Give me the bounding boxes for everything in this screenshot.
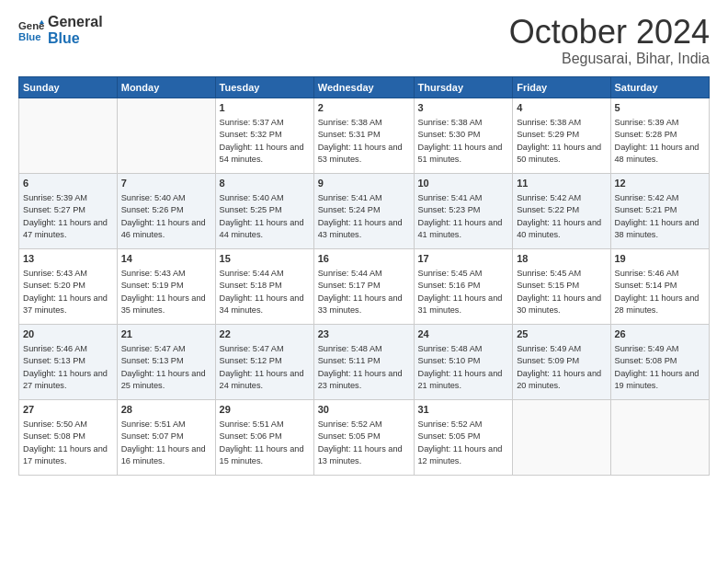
day-info: Sunrise: 5:48 AMSunset: 5:11 PMDaylight:… bbox=[318, 343, 410, 392]
calendar-cell: 26Sunrise: 5:49 AMSunset: 5:08 PMDayligh… bbox=[610, 324, 710, 399]
day-info: Sunrise: 5:46 AMSunset: 5:14 PMDaylight:… bbox=[615, 268, 706, 316]
day-info: Sunrise: 5:52 AMSunset: 5:05 PMDaylight:… bbox=[318, 419, 410, 467]
day-info: Sunrise: 5:43 AMSunset: 5:19 PMDaylight:… bbox=[121, 268, 211, 316]
calendar-cell: 25Sunrise: 5:49 AMSunset: 5:09 PMDayligh… bbox=[513, 324, 610, 399]
calendar-week-row: 27Sunrise: 5:50 AMSunset: 5:08 PMDayligh… bbox=[19, 399, 710, 475]
calendar-cell: 18Sunrise: 5:45 AMSunset: 5:15 PMDayligh… bbox=[513, 248, 610, 324]
logo: General Blue General Blue bbox=[18, 14, 103, 46]
day-number: 9 bbox=[318, 177, 410, 190]
day-number: 10 bbox=[418, 177, 509, 190]
day-number: 23 bbox=[318, 327, 410, 341]
day-number: 24 bbox=[418, 327, 509, 341]
calendar-cell: 4Sunrise: 5:38 AMSunset: 5:29 PMDaylight… bbox=[513, 98, 610, 173]
logo-line1: General bbox=[48, 14, 103, 30]
calendar-header-friday: Friday bbox=[513, 76, 610, 98]
calendar-cell: 5Sunrise: 5:39 AMSunset: 5:28 PMDaylight… bbox=[610, 98, 710, 173]
day-number: 20 bbox=[23, 327, 113, 341]
calendar-cell bbox=[19, 98, 118, 173]
day-info: Sunrise: 5:42 AMSunset: 5:21 PMDaylight:… bbox=[615, 192, 706, 241]
day-info: Sunrise: 5:52 AMSunset: 5:05 PMDaylight:… bbox=[418, 419, 509, 467]
day-number: 12 bbox=[615, 177, 706, 190]
day-number: 21 bbox=[121, 327, 211, 341]
day-info: Sunrise: 5:46 AMSunset: 5:13 PMDaylight:… bbox=[23, 343, 113, 392]
day-number: 27 bbox=[23, 403, 113, 417]
day-info: Sunrise: 5:41 AMSunset: 5:24 PMDaylight:… bbox=[318, 192, 410, 241]
logo-icon: General Blue bbox=[18, 17, 44, 43]
calendar-week-row: 20Sunrise: 5:46 AMSunset: 5:13 PMDayligh… bbox=[19, 324, 710, 399]
day-number: 30 bbox=[318, 403, 410, 417]
calendar-cell: 23Sunrise: 5:48 AMSunset: 5:11 PMDayligh… bbox=[313, 324, 414, 399]
calendar-cell: 27Sunrise: 5:50 AMSunset: 5:08 PMDayligh… bbox=[19, 399, 118, 475]
calendar-cell: 14Sunrise: 5:43 AMSunset: 5:19 PMDayligh… bbox=[117, 248, 215, 324]
day-info: Sunrise: 5:47 AMSunset: 5:13 PMDaylight:… bbox=[121, 343, 211, 392]
day-info: Sunrise: 5:38 AMSunset: 5:29 PMDaylight:… bbox=[517, 117, 606, 166]
calendar-cell: 15Sunrise: 5:44 AMSunset: 5:18 PMDayligh… bbox=[215, 248, 313, 324]
day-number: 22 bbox=[220, 327, 310, 341]
day-number: 1 bbox=[220, 101, 310, 115]
day-info: Sunrise: 5:47 AMSunset: 5:12 PMDaylight:… bbox=[220, 343, 310, 392]
calendar-cell bbox=[117, 98, 215, 173]
day-number: 25 bbox=[517, 327, 606, 341]
day-info: Sunrise: 5:37 AMSunset: 5:32 PMDaylight:… bbox=[220, 117, 310, 166]
day-number: 7 bbox=[121, 177, 211, 190]
calendar-cell: 8Sunrise: 5:40 AMSunset: 5:25 PMDaylight… bbox=[215, 173, 313, 248]
header: General Blue General Blue October 2024 B… bbox=[18, 14, 710, 67]
day-number: 18 bbox=[517, 252, 606, 266]
day-number: 8 bbox=[220, 177, 310, 190]
day-info: Sunrise: 5:49 AMSunset: 5:08 PMDaylight:… bbox=[615, 343, 706, 392]
day-info: Sunrise: 5:42 AMSunset: 5:22 PMDaylight:… bbox=[517, 192, 606, 241]
calendar-cell: 30Sunrise: 5:52 AMSunset: 5:05 PMDayligh… bbox=[313, 399, 414, 475]
calendar-header-thursday: Thursday bbox=[414, 76, 513, 98]
day-info: Sunrise: 5:41 AMSunset: 5:23 PMDaylight:… bbox=[418, 192, 509, 241]
calendar-header-saturday: Saturday bbox=[610, 76, 710, 98]
calendar-cell: 21Sunrise: 5:47 AMSunset: 5:13 PMDayligh… bbox=[117, 324, 215, 399]
page: General Blue General Blue October 2024 B… bbox=[0, 0, 728, 563]
calendar-header-wednesday: Wednesday bbox=[313, 76, 414, 98]
calendar-cell: 28Sunrise: 5:51 AMSunset: 5:07 PMDayligh… bbox=[117, 399, 215, 475]
calendar-cell: 9Sunrise: 5:41 AMSunset: 5:24 PMDaylight… bbox=[313, 173, 414, 248]
day-info: Sunrise: 5:45 AMSunset: 5:15 PMDaylight:… bbox=[517, 268, 606, 316]
calendar-table: SundayMondayTuesdayWednesdayThursdayFrid… bbox=[18, 76, 710, 476]
day-info: Sunrise: 5:45 AMSunset: 5:16 PMDaylight:… bbox=[418, 268, 509, 316]
day-info: Sunrise: 5:39 AMSunset: 5:27 PMDaylight:… bbox=[23, 192, 113, 241]
day-number: 31 bbox=[418, 403, 509, 417]
day-number: 15 bbox=[220, 252, 310, 266]
calendar-header-sunday: Sunday bbox=[19, 76, 118, 98]
calendar-cell: 1Sunrise: 5:37 AMSunset: 5:32 PMDaylight… bbox=[215, 98, 313, 173]
calendar-week-row: 13Sunrise: 5:43 AMSunset: 5:20 PMDayligh… bbox=[19, 248, 710, 324]
day-info: Sunrise: 5:48 AMSunset: 5:10 PMDaylight:… bbox=[418, 343, 509, 392]
svg-text:Blue: Blue bbox=[18, 30, 41, 41]
day-info: Sunrise: 5:44 AMSunset: 5:18 PMDaylight:… bbox=[220, 268, 310, 316]
day-number: 4 bbox=[517, 101, 606, 115]
svg-text:General: General bbox=[18, 20, 44, 31]
day-info: Sunrise: 5:40 AMSunset: 5:26 PMDaylight:… bbox=[121, 192, 211, 241]
calendar-week-row: 1Sunrise: 5:37 AMSunset: 5:32 PMDaylight… bbox=[19, 98, 710, 173]
day-info: Sunrise: 5:51 AMSunset: 5:07 PMDaylight:… bbox=[121, 419, 211, 467]
month-title: October 2024 bbox=[509, 14, 710, 51]
day-info: Sunrise: 5:38 AMSunset: 5:31 PMDaylight:… bbox=[318, 117, 410, 166]
day-info: Sunrise: 5:38 AMSunset: 5:30 PMDaylight:… bbox=[418, 117, 509, 166]
day-info: Sunrise: 5:39 AMSunset: 5:28 PMDaylight:… bbox=[615, 117, 706, 166]
day-number: 5 bbox=[615, 101, 706, 115]
day-number: 17 bbox=[418, 252, 509, 266]
day-info: Sunrise: 5:43 AMSunset: 5:20 PMDaylight:… bbox=[23, 268, 113, 316]
calendar-cell: 6Sunrise: 5:39 AMSunset: 5:27 PMDaylight… bbox=[19, 173, 118, 248]
day-number: 2 bbox=[318, 101, 410, 115]
calendar-cell: 7Sunrise: 5:40 AMSunset: 5:26 PMDaylight… bbox=[117, 173, 215, 248]
calendar-cell: 10Sunrise: 5:41 AMSunset: 5:23 PMDayligh… bbox=[414, 173, 513, 248]
calendar-cell: 16Sunrise: 5:44 AMSunset: 5:17 PMDayligh… bbox=[313, 248, 414, 324]
day-number: 13 bbox=[23, 252, 113, 266]
day-number: 14 bbox=[121, 252, 211, 266]
title-section: October 2024 Begusarai, Bihar, India bbox=[509, 14, 710, 67]
calendar-week-row: 6Sunrise: 5:39 AMSunset: 5:27 PMDaylight… bbox=[19, 173, 710, 248]
day-info: Sunrise: 5:44 AMSunset: 5:17 PMDaylight:… bbox=[318, 268, 410, 316]
day-number: 16 bbox=[318, 252, 410, 266]
day-number: 19 bbox=[615, 252, 706, 266]
calendar-cell: 3Sunrise: 5:38 AMSunset: 5:30 PMDaylight… bbox=[414, 98, 513, 173]
calendar-cell: 12Sunrise: 5:42 AMSunset: 5:21 PMDayligh… bbox=[610, 173, 710, 248]
day-number: 26 bbox=[615, 327, 706, 341]
calendar-cell: 2Sunrise: 5:38 AMSunset: 5:31 PMDaylight… bbox=[313, 98, 414, 173]
day-info: Sunrise: 5:50 AMSunset: 5:08 PMDaylight:… bbox=[23, 419, 113, 467]
calendar-cell: 13Sunrise: 5:43 AMSunset: 5:20 PMDayligh… bbox=[19, 248, 118, 324]
calendar-cell: 20Sunrise: 5:46 AMSunset: 5:13 PMDayligh… bbox=[19, 324, 118, 399]
